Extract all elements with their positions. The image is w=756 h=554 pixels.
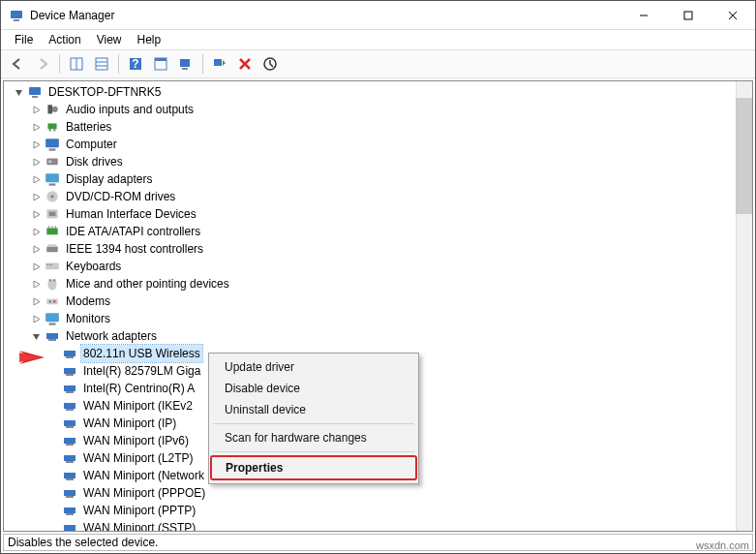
close-button[interactable] [711,1,755,29]
expand-icon[interactable] [29,312,43,325]
svg-rect-76 [64,525,76,531]
network-adapter-icon [62,433,77,448]
tree-device-label: WAN Miniport (PPPOE) [81,484,207,502]
category-icon [45,206,60,222]
svg-rect-70 [64,473,76,478]
tree-category[interactable]: Batteries [8,118,752,136]
expand-icon[interactable] [29,172,43,186]
tree-category[interactable]: Audio inputs and outputs [8,101,752,118]
category-icon [45,293,60,309]
details-button[interactable] [89,52,114,76]
expand-icon[interactable] [29,294,43,308]
no-expand [46,434,60,447]
ctx-separator [213,423,414,424]
svg-rect-68 [64,455,76,461]
tree-category-label: DVD/CD-ROM drives [64,188,177,205]
expand-icon[interactable] [29,242,43,256]
expand-icon[interactable] [29,225,43,238]
tree-category[interactable]: Modems [8,292,752,310]
tree-category-network[interactable]: Network adapters [8,327,752,345]
category-icon [45,259,60,274]
tree-category[interactable]: Computer [8,136,752,153]
tree-category-label: Keyboards [64,258,123,275]
tree-device[interactable]: WAN Miniport (SSTP) [8,519,752,531]
tree-device-label: WAN Miniport (L2TP) [81,449,196,467]
expand-icon[interactable] [29,190,43,203]
menu-bar: File Action View Help [1,30,755,49]
forward-button[interactable] [30,52,55,76]
menu-view[interactable]: View [89,31,130,48]
scrollbar-thumb[interactable] [736,98,752,214]
menu-file[interactable]: File [7,31,41,48]
minimize-button[interactable] [621,1,666,29]
svg-rect-56 [64,351,76,356]
tree-category[interactable]: Human Interface Devices [8,205,752,223]
show-hidden-button[interactable] [64,52,89,76]
ctx-update-driver[interactable]: Update driver [211,356,416,378]
tree-category[interactable]: Display adapters [8,170,752,188]
ctx-properties[interactable]: Properties [212,457,415,478]
collapse-icon[interactable] [29,329,43,343]
category-icon [45,276,60,292]
svg-rect-41 [46,247,57,253]
ctx-uninstall-device[interactable]: Uninstall device [211,399,416,420]
svg-rect-69 [66,461,74,463]
svg-rect-32 [49,184,56,186]
collapse-icon[interactable] [12,85,25,99]
tree-category-label: Modems [64,292,112,310]
menu-action[interactable]: Action [41,31,88,48]
svg-rect-57 [66,356,74,358]
svg-rect-23 [47,105,52,113]
window-title: Device Manager [30,9,621,22]
network-adapter-icon [62,450,77,466]
vertical-scrollbar[interactable] [736,81,752,531]
back-button[interactable] [5,52,30,76]
tree-category[interactable]: Monitors [8,310,752,327]
svg-rect-22 [32,96,38,98]
svg-rect-15 [180,59,190,67]
tree-device-label: WAN Miniport (SSTP) [81,519,197,531]
tree-device[interactable]: WAN Miniport (PPPOE) [8,484,752,502]
expand-icon[interactable] [29,103,43,116]
expand-icon[interactable] [29,155,43,169]
no-expand [46,399,60,413]
legacy-button[interactable] [257,52,283,76]
expand-icon[interactable] [29,138,43,151]
tree-category[interactable]: IDE ATA/ATAPI controllers [8,223,752,240]
help-button[interactable]: ? [123,52,148,76]
tree-category[interactable]: DVD/CD-ROM drives [8,188,752,205]
tree-device-label: WAN Miniport (IKEv2 [81,397,195,415]
expand-icon[interactable] [29,260,43,273]
no-expand [46,347,60,360]
svg-rect-17 [214,59,222,66]
tree-category[interactable]: Keyboards [8,258,752,275]
tree-category-label: Audio inputs and outputs [64,101,196,118]
svg-rect-44 [46,264,48,265]
watermark: wsxdn.com [696,539,749,551]
svg-rect-0 [11,11,22,18]
maximize-button[interactable] [666,1,711,29]
expand-icon[interactable] [29,207,43,221]
svg-rect-71 [66,478,74,480]
uninstall-button[interactable] [232,52,257,76]
svg-rect-26 [53,129,55,131]
tree-device[interactable]: WAN Miniport (PPTP) [8,502,752,519]
tree-category-label: Disk drives [64,153,125,170]
no-expand [46,382,60,395]
svg-rect-29 [46,159,57,166]
tree-category[interactable]: IEEE 1394 host controllers [8,240,752,258]
properties-button[interactable] [148,52,173,76]
network-adapter-icon [62,520,77,531]
ctx-disable-device[interactable]: Disable device [211,378,416,399]
tree-root[interactable]: DESKTOP-DFTNRK5 [8,83,752,101]
tree-category[interactable]: Mice and other pointing devices [8,275,752,292]
annotation-highlight-box: Properties [210,455,417,480]
expand-icon[interactable] [29,277,43,291]
expand-icon[interactable] [29,120,43,134]
scan-button[interactable] [173,52,198,76]
tree-category[interactable]: Disk drives [8,153,752,170]
category-icon [45,224,60,239]
ctx-scan-hardware[interactable]: Scan for hardware changes [211,427,416,448]
update-driver-button[interactable] [207,52,232,76]
menu-help[interactable]: Help [130,31,169,48]
